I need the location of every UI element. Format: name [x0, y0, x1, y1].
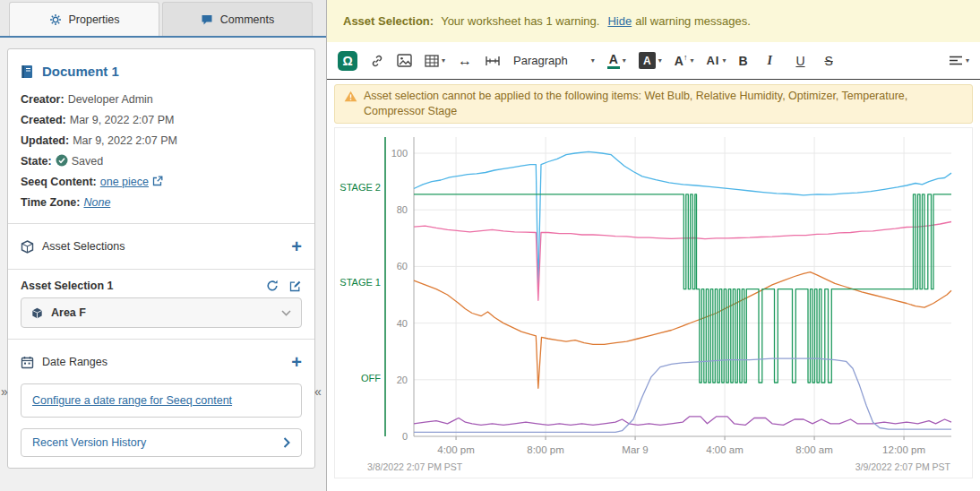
gear-icon — [49, 13, 62, 26]
svg-text:Mar 9: Mar 9 — [622, 444, 648, 455]
expand-panel-handle[interactable]: » — [1, 385, 8, 398]
chevron-down-icon: ▾ — [690, 57, 693, 65]
field-created-label: Created: — [21, 114, 66, 126]
date-ranges-title: Date Ranges — [42, 356, 107, 368]
svg-text:0: 0 — [402, 431, 408, 442]
resize-horizontal-button[interactable]: ↔ — [458, 53, 472, 69]
align-button[interactable]: ▾ — [949, 56, 969, 66]
warning-bar-message: Your worksheet has 1 warning. — [441, 14, 599, 28]
divider — [8, 223, 314, 224]
field-creator-value: Developer Admin — [68, 93, 153, 106]
inline-style-glyph: AI — [706, 54, 719, 67]
asset-selections-title: Asset Selections — [42, 240, 125, 253]
strikethrough-button[interactable]: S — [824, 54, 840, 68]
background-color-glyph: A — [639, 52, 656, 69]
asset-selection-warning-box: Asset selection cannot be applied to the… — [334, 84, 973, 124]
svg-text:3/8/2022 2:07 PM PST: 3/8/2022 2:07 PM PST — [367, 461, 463, 472]
field-state-value: Saved — [72, 155, 103, 168]
text-color-button[interactable]: A▾ — [607, 53, 626, 69]
collapse-panel-handle[interactable]: « — [314, 385, 322, 398]
tab-properties[interactable]: Properties — [9, 2, 159, 36]
insert-seeq-content-button[interactable]: Ω — [338, 51, 357, 71]
calendar-icon — [21, 356, 34, 369]
insert-table-button[interactable]: ▾ — [425, 55, 445, 67]
underline-button[interactable]: U — [795, 54, 812, 68]
asset-selection-value: Area F — [51, 306, 86, 319]
svg-text:8:00 am: 8:00 am — [795, 444, 833, 455]
journal-icon — [21, 65, 34, 79]
document-editor-panel: Asset Selection: Your worksheet has 1 wa… — [326, 0, 980, 491]
asset-selections-header: Asset Selections + — [21, 234, 302, 259]
date-range-axis-button[interactable] — [485, 55, 501, 67]
chevron-down-icon: ▾ — [442, 57, 445, 65]
hide-warnings-link[interactable]: Hide — [607, 14, 632, 28]
chevron-down-icon: ▾ — [658, 57, 662, 65]
field-creator: Creator:Developer Admin — [21, 90, 302, 110]
configure-date-range-link[interactable]: Configure a date range for Seeq content — [32, 394, 232, 407]
trend-chart-svg[interactable]: 4:00 pm8:00 pmMar 94:00 am8:00 am12:00 p… — [335, 128, 967, 478]
chevron-down-icon: ▾ — [623, 57, 626, 65]
field-updated-label: Updated: — [21, 134, 69, 147]
document-properties-panel: Properties Comments Document 1 Creator:D… — [0, 0, 326, 491]
timezone-link[interactable]: None — [83, 196, 110, 209]
recent-version-history-label: Recent Version History — [32, 436, 146, 449]
field-created-value: Mar 9, 2022 2:07 PM — [70, 114, 175, 126]
background-color-button[interactable]: A▾ — [639, 52, 662, 69]
configure-date-range-box: Configure a date range for Seeq content — [21, 383, 302, 418]
svg-text:20: 20 — [397, 375, 408, 385]
italic-button[interactable]: I — [767, 54, 783, 68]
insert-link-button[interactable] — [370, 54, 384, 68]
warning-bar-suffix: all warning messages. — [635, 14, 751, 28]
paragraph-style-select[interactable]: Paragraph▾ — [513, 54, 595, 67]
field-timezone: Time Zone:None — [21, 193, 302, 213]
text-color-swatch — [607, 66, 620, 69]
warning-bar-prefix: Asset Selection: — [343, 14, 434, 28]
font-size-glyph: A — [675, 54, 683, 68]
comment-icon — [201, 13, 213, 26]
trend-chart[interactable]: 4:00 pm8:00 pmMar 94:00 am8:00 am12:00 p… — [334, 127, 973, 478]
field-timezone-label: Time Zone: — [21, 196, 80, 209]
worksheet-warning-bar: Asset Selection: Your worksheet has 1 wa… — [327, 0, 980, 42]
field-created: Created:Mar 9, 2022 2:07 PM — [21, 110, 302, 131]
svg-text:100: 100 — [391, 148, 408, 159]
external-link-icon — [152, 176, 163, 186]
field-state: State:Saved — [21, 151, 302, 172]
tab-comments-label: Comments — [220, 13, 274, 26]
font-size-button[interactable]: A↑▾ — [675, 53, 694, 68]
svg-text:OFF: OFF — [361, 373, 381, 383]
chevron-down-icon: ▾ — [722, 57, 726, 65]
svg-text:60: 60 — [397, 261, 408, 271]
chevron-down-icon — [281, 310, 291, 316]
field-creator-label: Creator: — [21, 93, 64, 106]
chevron-down-icon: ▾ — [591, 57, 595, 65]
svg-text:3/9/2022 2:07 PM PST: 3/9/2022 2:07 PM PST — [855, 461, 951, 472]
paragraph-style-value: Paragraph — [513, 54, 568, 67]
add-date-range-button[interactable]: + — [291, 353, 302, 371]
tab-properties-label: Properties — [69, 13, 120, 26]
asset-selection-warning-text: Asset selection cannot be applied to the… — [364, 89, 963, 119]
field-updated: Updated:Mar 9, 2022 2:07 PM — [21, 131, 302, 151]
document-properties-card: Document 1 Creator:Developer Admin Creat… — [7, 48, 315, 469]
refresh-icon[interactable] — [266, 280, 279, 292]
seeq-content-link[interactable]: one piece — [100, 176, 149, 188]
field-seeq-content: Seeq Content:one piece — [21, 172, 302, 193]
svg-text:8:00 pm: 8:00 pm — [527, 444, 564, 455]
svg-text:40: 40 — [397, 318, 408, 329]
edit-icon[interactable] — [289, 280, 302, 292]
chevron-down-icon: ▾ — [966, 57, 969, 65]
bold-button[interactable]: B — [738, 54, 754, 68]
asset-cube-small-icon — [31, 307, 43, 319]
asset-cube-icon — [21, 240, 34, 254]
svg-text:STAGE 1: STAGE 1 — [340, 277, 381, 288]
add-asset-selection-button[interactable]: + — [291, 237, 302, 255]
asset-selection-dropdown[interactable]: Area F — [21, 297, 302, 328]
field-updated-value: Mar 9, 2022 2:07 PM — [73, 134, 177, 147]
editor-toolbar: Ω ▾ ↔ Paragraph▾ A▾ A▾ A↑▾ AI▾ B I U S ▾ — [327, 42, 980, 80]
insert-image-button[interactable] — [397, 54, 412, 67]
saved-check-icon — [56, 154, 68, 167]
inline-style-button[interactable]: AI▾ — [706, 54, 726, 67]
text-color-glyph: A — [609, 53, 618, 65]
recent-version-history-button[interactable]: Recent Version History — [21, 428, 302, 457]
tab-comments[interactable]: Comments — [162, 2, 313, 36]
date-ranges-header: Date Ranges + — [21, 349, 302, 375]
